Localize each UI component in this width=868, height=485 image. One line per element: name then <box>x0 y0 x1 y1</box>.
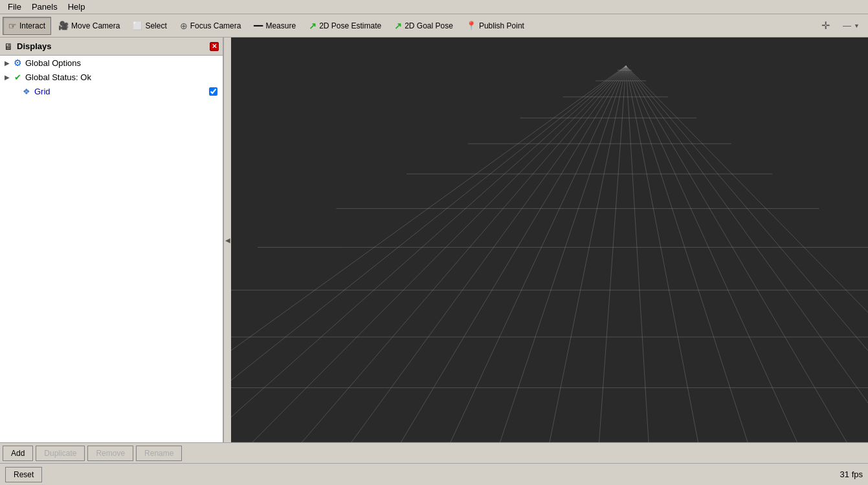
publish-point-label: Publish Point <box>479 21 524 30</box>
move-camera-label: Move Camera <box>71 21 120 30</box>
goal-pose-button[interactable]: ↗ 2D Goal Pose <box>388 17 459 35</box>
menu-file[interactable]: File <box>3 1 27 13</box>
displays-tree: ▶ ⚙ Global Options ▶ ✔ Global Status: Ok… <box>0 56 223 442</box>
select-label: Select <box>145 21 166 30</box>
expand-global-options-icon[interactable]: ▶ <box>3 59 12 67</box>
publish-point-button[interactable]: 📍 Publish Point <box>460 17 530 35</box>
crosshair-icon: ✛ <box>821 19 830 32</box>
cursor-icon: ☞ <box>8 21 17 31</box>
publish-icon: 📍 <box>466 21 476 30</box>
measure-icon: ━━ <box>254 21 263 30</box>
grid-label: Grid <box>34 87 50 96</box>
displays-title: Displays <box>17 41 51 51</box>
monitor-icon: 🖥 <box>4 41 13 52</box>
expand-grid-icon: ▶ <box>12 88 21 95</box>
pose2d-icon: ↗ <box>309 21 317 31</box>
displays-header: 🖥 Displays ✕ <box>0 38 223 56</box>
remove-button[interactable]: Remove <box>87 446 133 461</box>
panel-collapse-arrow[interactable]: ◀ <box>223 38 231 442</box>
pose-estimate-button[interactable]: ↗ 2D Pose Estimate <box>303 17 387 35</box>
gear-icon: ⚙ <box>12 58 23 68</box>
grid-canvas <box>231 38 868 442</box>
minus-icon: — <box>843 21 851 30</box>
close-displays-button[interactable]: ✕ <box>210 42 219 51</box>
expand-global-status-icon[interactable]: ▶ <box>3 74 12 81</box>
focus-camera-label: Focus Camera <box>190 21 241 30</box>
global-status-label: Global Status: Ok <box>25 72 91 82</box>
bottom-panel: Add Duplicate Remove Rename <box>0 442 868 463</box>
measure-label: Measure <box>265 21 296 30</box>
status-bar: Reset 31 fps <box>0 463 868 485</box>
interact-label: Interact <box>19 21 45 30</box>
rename-button[interactable]: Rename <box>136 446 182 461</box>
focus-camera-button[interactable]: ⊕ Focus Camera <box>174 17 247 35</box>
left-panel: 🖥 Displays ✕ ▶ ⚙ Global Options ▶ ✔ Glob… <box>0 38 223 442</box>
menu-bar: File Panels Help <box>0 0 868 14</box>
crosshair-button[interactable]: ✛ <box>816 17 836 35</box>
grid-item[interactable]: ▶ ❖ Grid <box>0 84 223 98</box>
menu-help[interactable]: Help <box>63 1 91 13</box>
reset-button[interactable]: Reset <box>5 467 42 482</box>
interact-button[interactable]: ☞ Interact <box>3 17 51 35</box>
move-camera-button[interactable]: 🎥 Move Camera <box>52 17 126 35</box>
camera-icon: 🎥 <box>58 21 69 30</box>
3d-viewport[interactable] <box>231 38 868 442</box>
main-area: 🖥 Displays ✕ ▶ ⚙ Global Options ▶ ✔ Glob… <box>0 38 868 442</box>
menu-panels[interactable]: Panels <box>27 1 63 13</box>
grid-icon: ❖ <box>21 87 32 96</box>
goal2d-icon: ↗ <box>394 21 402 31</box>
select-button[interactable]: ⬜ Select <box>127 17 172 35</box>
grid-checkbox[interactable] <box>209 87 217 96</box>
add-button[interactable]: Add <box>3 446 33 461</box>
duplicate-button[interactable]: Duplicate <box>36 446 85 461</box>
check-icon: ✔ <box>12 72 23 82</box>
goal-pose-label: 2D Goal Pose <box>405 21 453 30</box>
minus-button[interactable]: — ▼ <box>837 17 865 35</box>
select-icon: ⬜ <box>133 21 142 30</box>
dropdown-arrow-icon: ▼ <box>854 23 860 29</box>
global-options-item[interactable]: ▶ ⚙ Global Options <box>0 56 223 70</box>
fps-display: 31 fps <box>840 469 863 479</box>
global-options-label: Global Options <box>25 58 81 68</box>
toolbar: ☞ Interact 🎥 Move Camera ⬜ Select ⊕ Focu… <box>0 14 868 38</box>
focus-icon: ⊕ <box>180 21 188 31</box>
measure-button[interactable]: ━━ Measure <box>248 17 302 35</box>
global-status-item[interactable]: ▶ ✔ Global Status: Ok <box>0 70 223 84</box>
pose-estimate-label: 2D Pose Estimate <box>319 21 381 30</box>
